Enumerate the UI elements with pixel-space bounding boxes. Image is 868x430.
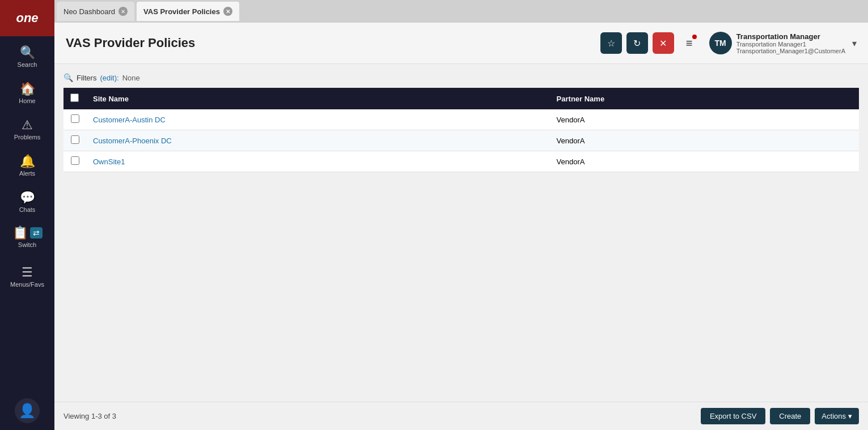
sidebar-item-search[interactable]: 🔍 Search bbox=[0, 39, 54, 75]
data-table: Site Name Partner Name CustomerA-Austin … bbox=[63, 88, 859, 172]
favorite-button[interactable]: ☆ bbox=[600, 32, 622, 54]
filter-label: Filters bbox=[77, 74, 96, 82]
col-partner-name: Partner Name bbox=[550, 88, 859, 109]
row-checkbox-cell bbox=[63, 151, 86, 172]
user-email: Transportation_Manager1@CustomerA bbox=[736, 48, 845, 54]
sidebar-avatar[interactable]: 👤 bbox=[15, 398, 40, 423]
tab-vas-provider-policies[interactable]: VAS Provider Policies ✕ bbox=[137, 2, 239, 21]
switch-main-icon: 📋 bbox=[12, 225, 28, 240]
tab-neo-dashboard[interactable]: Neo Dashboard ✕ bbox=[57, 2, 134, 21]
filter-value: None bbox=[122, 74, 140, 82]
sidebar-item-alerts[interactable]: 🔔 Alerts bbox=[0, 147, 54, 184]
row-checkbox-cell bbox=[63, 109, 86, 130]
warning-icon: ⚠ bbox=[22, 118, 33, 133]
row-checkbox-cell bbox=[63, 130, 86, 151]
sidebar-item-home[interactable]: 🏠 Home bbox=[0, 75, 54, 111]
sidebar-item-menus-favs[interactable]: ☰ Menus/Favs bbox=[0, 258, 54, 295]
chat-icon: 💬 bbox=[20, 190, 35, 205]
menu-icon: ☰ bbox=[22, 265, 33, 280]
viewing-text: Viewing 1-3 of 3 bbox=[63, 412, 116, 420]
logo-text: one bbox=[16, 11, 38, 25]
sidebar-item-switch[interactable]: 📋 ⇄ Switch bbox=[0, 220, 54, 254]
filter-edit-link[interactable]: (edit): bbox=[100, 74, 118, 82]
tab-neo-dashboard-close[interactable]: ✕ bbox=[118, 7, 128, 16]
col-site-name: Site Name bbox=[86, 88, 550, 109]
tab-neo-dashboard-label: Neo Dashboard bbox=[63, 7, 115, 16]
table-row: CustomerA-Phoenix DCVendorA bbox=[63, 130, 859, 151]
search-icon: 🔍 bbox=[20, 45, 35, 60]
close-icon: ✕ bbox=[659, 38, 667, 49]
avatar-initials: TM bbox=[715, 39, 726, 48]
refresh-button[interactable]: ↻ bbox=[626, 32, 648, 54]
notification-dot bbox=[691, 33, 698, 40]
sidebar-item-chats[interactable]: 💬 Chats bbox=[0, 184, 54, 220]
table-area: 🔍 Filters (edit): None Site Name bbox=[54, 64, 868, 402]
app-logo[interactable]: one bbox=[0, 0, 54, 36]
export-csv-button[interactable]: Export to CSV bbox=[701, 408, 765, 424]
home-icon: 🏠 bbox=[20, 82, 35, 96]
header-actions: ☆ ↻ ✕ ≡ TM Transportation Mana bbox=[600, 32, 857, 54]
user-dropdown-chevron[interactable]: ▾ bbox=[852, 38, 857, 49]
header-checkbox-cell bbox=[63, 88, 86, 109]
sidebar-label-chats: Chats bbox=[19, 206, 36, 213]
sidebar-item-problems[interactable]: ⚠ Problems bbox=[0, 111, 54, 147]
site-name-link[interactable]: CustomerA-Austin DC bbox=[93, 116, 166, 124]
cell-partner-name: VendorA bbox=[550, 151, 859, 172]
table-header-row: Site Name Partner Name bbox=[63, 88, 859, 109]
refresh-icon: ↻ bbox=[633, 38, 641, 49]
sidebar-bottom: 👤 bbox=[15, 398, 40, 430]
cell-partner-name: VendorA bbox=[550, 130, 859, 151]
user-role: Transportation Manager1 bbox=[736, 41, 845, 48]
sidebar-label-search: Search bbox=[18, 61, 37, 68]
tab-vas-close[interactable]: ✕ bbox=[223, 7, 232, 16]
actions-label: Actions bbox=[822, 412, 846, 420]
sidebar-label-home: Home bbox=[19, 97, 35, 104]
bell-icon: 🔔 bbox=[20, 154, 35, 169]
switch-icons: 📋 ⇄ bbox=[12, 225, 43, 240]
bottom-actions: Export to CSV Create Actions ▾ bbox=[701, 408, 859, 424]
tab-vas-label: VAS Provider Policies bbox=[143, 7, 220, 16]
cell-partner-name: VendorA bbox=[550, 109, 859, 130]
sidebar-label-alerts: Alerts bbox=[19, 170, 35, 177]
actions-button[interactable]: Actions ▾ bbox=[815, 408, 859, 424]
avatar-icon-symbol: 👤 bbox=[19, 403, 36, 419]
page-header: VAS Provider Policies ☆ ↻ ✕ ≡ TM bbox=[54, 23, 868, 64]
user-name: Transportation Manager bbox=[736, 32, 845, 41]
actions-chevron-icon: ▾ bbox=[848, 412, 852, 420]
page-content: VAS Provider Policies ☆ ↻ ✕ ≡ TM bbox=[54, 23, 868, 430]
main-area: Neo Dashboard ✕ VAS Provider Policies ✕ … bbox=[54, 0, 868, 430]
star-icon: ☆ bbox=[607, 38, 615, 49]
table-row: CustomerA-Austin DCVendorA bbox=[63, 109, 859, 130]
header-checkbox[interactable] bbox=[70, 93, 79, 102]
row-checkbox[interactable] bbox=[71, 135, 79, 144]
user-avatar: TM bbox=[709, 32, 732, 54]
bottom-bar: Viewing 1-3 of 3 Export to CSV Create Ac… bbox=[54, 402, 868, 430]
sidebar-label-switch: Switch bbox=[18, 241, 36, 248]
cell-site-name: CustomerA-Austin DC bbox=[86, 109, 550, 130]
filter-icon: 🔍 bbox=[63, 73, 73, 82]
site-name-link[interactable]: CustomerA-Phoenix DC bbox=[93, 137, 172, 145]
cell-site-name: CustomerA-Phoenix DC bbox=[86, 130, 550, 151]
close-page-button[interactable]: ✕ bbox=[653, 32, 674, 54]
cell-site-name: OwnSite1 bbox=[86, 151, 550, 172]
user-info: TM Transportation Manager Transportation… bbox=[709, 32, 857, 54]
tab-bar: Neo Dashboard ✕ VAS Provider Policies ✕ bbox=[54, 0, 868, 23]
filter-bar: 🔍 Filters (edit): None bbox=[63, 73, 859, 82]
row-checkbox[interactable] bbox=[71, 114, 79, 123]
site-name-link[interactable]: OwnSite1 bbox=[93, 157, 125, 166]
switch-badge-icon: ⇄ bbox=[30, 227, 43, 239]
row-checkbox[interactable] bbox=[71, 156, 79, 165]
menu-button[interactable]: ≡ bbox=[679, 32, 700, 54]
sidebar-label-menus-favs: Menus/Favs bbox=[10, 281, 44, 288]
page-title: VAS Provider Policies bbox=[66, 36, 600, 50]
table-row: OwnSite1VendorA bbox=[63, 151, 859, 172]
sidebar-label-problems: Problems bbox=[14, 134, 40, 141]
user-details: Transportation Manager Transportation Ma… bbox=[736, 32, 845, 54]
create-button[interactable]: Create bbox=[770, 408, 810, 424]
sidebar: one 🔍 Search 🏠 Home ⚠ Problems 🔔 Alerts … bbox=[0, 0, 54, 430]
